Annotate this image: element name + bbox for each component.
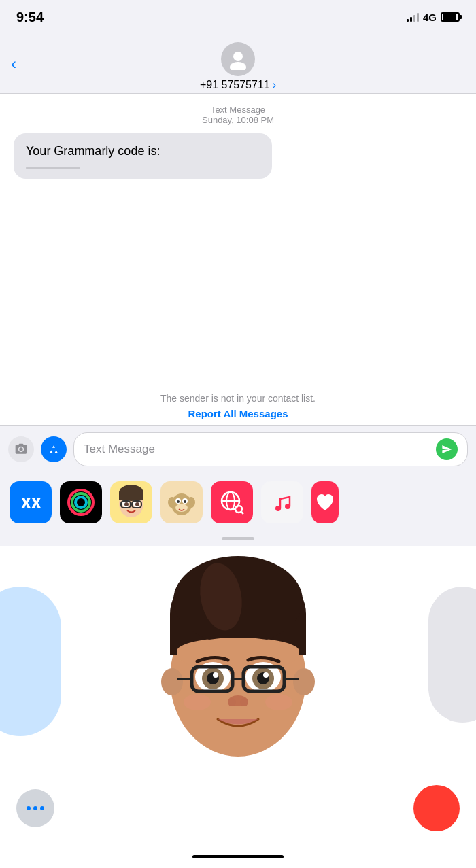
- svg-point-22: [184, 500, 186, 503]
- svg-point-55: [240, 698, 248, 706]
- app-icon-monkey[interactable]: [160, 481, 203, 523]
- status-bar: 9:54 4G: [0, 0, 476, 34]
- signal-bars-icon: [407, 12, 419, 22]
- home-indicator-bar: [192, 855, 284, 858]
- text-input-placeholder: Text Message: [84, 442, 155, 456]
- message-text: Your Grammarly code is:: [26, 143, 260, 160]
- contact-info[interactable]: +91 57575711 ›: [200, 79, 276, 91]
- camera-icon: [14, 442, 28, 456]
- svg-point-29: [285, 504, 290, 509]
- messages-area: Text Message Sunday, 10:08 PM Your Gramm…: [0, 94, 476, 379]
- fitness-rings-icon: [66, 487, 96, 517]
- memoji-sticker-icon: [114, 485, 149, 520]
- network-type: 4G: [423, 12, 437, 23]
- svg-point-17: [187, 497, 195, 508]
- app-icon-memoji[interactable]: [110, 481, 152, 523]
- message-type-label: Text Message: [11, 105, 465, 115]
- report-messages-link[interactable]: Report All Messages: [11, 408, 465, 419]
- bottom-controls: [0, 785, 476, 831]
- home-indicator: [0, 845, 476, 868]
- memoji-right-partial: [428, 587, 476, 723]
- svg-point-21: [177, 500, 180, 503]
- monkey-sticker-icon: [167, 487, 197, 517]
- message-timestamp: Sunday, 10:08 PM: [11, 115, 465, 125]
- message-header: Text Message Sunday, 10:08 PM: [11, 105, 465, 125]
- message-loading-bar: [26, 167, 80, 169]
- memoji-face-svg: [150, 553, 326, 777]
- person-icon: [227, 48, 249, 70]
- drag-handle: [0, 532, 476, 546]
- camera-button[interactable]: [8, 436, 34, 462]
- record-button[interactable]: [413, 785, 460, 831]
- send-icon: [441, 444, 452, 455]
- svg-point-11: [135, 502, 139, 506]
- svg-point-10: [124, 502, 129, 506]
- text-input-container[interactable]: Text Message: [73, 432, 468, 466]
- battery-fill: [443, 14, 456, 20]
- send-button[interactable]: [436, 438, 458, 460]
- svg-point-16: [168, 497, 176, 508]
- input-bar: Text Message: [0, 425, 476, 473]
- memoji-center-face: [150, 553, 326, 780]
- heart-icon: [314, 491, 336, 513]
- message-bubble: Your Grammarly code is:: [14, 133, 272, 179]
- battery-icon: [441, 12, 460, 22]
- svg-line-27: [241, 512, 243, 514]
- nav-bar: ‹ +91 57575711 ›: [0, 34, 476, 94]
- app-icon-globe-search[interactable]: [211, 481, 253, 523]
- status-icons: 4G: [407, 12, 460, 23]
- app-icons-row: [0, 473, 476, 532]
- contact-chevron-icon: ›: [273, 79, 276, 91]
- svg-point-38: [161, 668, 183, 695]
- svg-point-56: [184, 694, 211, 710]
- memoji-panel: [0, 546, 476, 845]
- svg-rect-7: [119, 493, 143, 500]
- globe-search-icon: [219, 489, 245, 515]
- contact-avatar: [221, 42, 255, 76]
- contact-notice: The sender is not in your contact list. …: [0, 379, 476, 425]
- status-time: 9:54: [16, 10, 44, 25]
- more-dots-icon: [27, 806, 44, 810]
- svg-point-1: [230, 62, 246, 70]
- svg-point-57: [265, 694, 292, 710]
- drag-handle-bar: [222, 537, 254, 540]
- more-button[interactable]: [16, 789, 54, 827]
- svg-point-54: [228, 698, 236, 706]
- svg-point-0: [233, 52, 243, 61]
- svg-point-4: [75, 497, 86, 508]
- back-button[interactable]: ‹: [11, 54, 16, 73]
- svg-point-28: [275, 506, 281, 511]
- app-icon-music[interactable]: [261, 481, 303, 523]
- app-icon-fitness[interactable]: [60, 481, 102, 523]
- music-note-icon: [269, 489, 295, 515]
- app-icon-heart[interactable]: [311, 481, 339, 523]
- appstore-input-icon: [46, 442, 61, 457]
- appstore-input-button[interactable]: [41, 436, 67, 462]
- svg-point-47: [263, 672, 269, 678]
- memoji-left-partial: [0, 587, 61, 736]
- contact-number: +91 57575711: [200, 79, 270, 91]
- app-icon-appstore[interactable]: [10, 481, 52, 523]
- appstore-row-icon: [18, 490, 43, 515]
- svg-point-26: [235, 506, 242, 513]
- contact-notice-text: The sender is not in your contact list.: [11, 393, 465, 404]
- svg-point-46: [213, 672, 218, 678]
- svg-point-39: [293, 668, 315, 695]
